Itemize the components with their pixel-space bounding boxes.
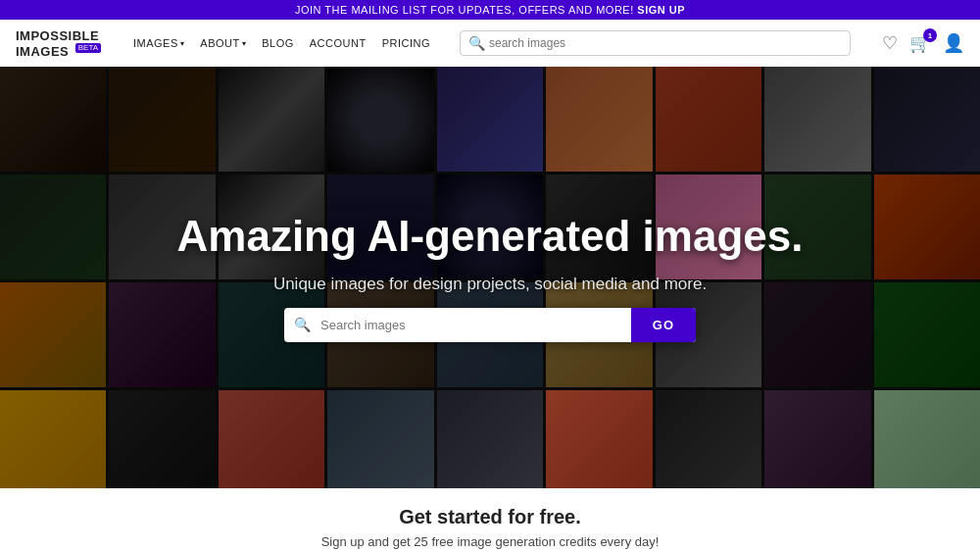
hero-search-input[interactable] bbox=[320, 308, 631, 342]
nav-item-blog[interactable]: BLOG bbox=[256, 33, 300, 53]
logo-top: IMPOSSIBLE bbox=[16, 28, 99, 43]
logo-beta: BETA bbox=[75, 43, 101, 53]
logo-bottom: IMAGES bbox=[16, 44, 69, 59]
hero-go-button[interactable]: GO bbox=[631, 308, 696, 342]
nav-search-input[interactable] bbox=[489, 36, 842, 50]
hero-title: Amazing AI-generated images. bbox=[177, 213, 804, 260]
nav-icons: ♡ 🛒 1 👤 bbox=[882, 32, 964, 54]
nav-item-account[interactable]: ACCOUNT bbox=[304, 33, 372, 53]
bottom-title: Get started for free. bbox=[399, 506, 581, 528]
chevron-down-icon: ▾ bbox=[180, 39, 185, 48]
bottom-section: Get started for free. Sign up and get 25… bbox=[0, 488, 980, 552]
top-banner: JOIN THE MAILING LIST FOR UPDATES, OFFER… bbox=[0, 0, 980, 20]
nav-item-images[interactable]: IMAGES ▾ bbox=[127, 33, 190, 53]
logo[interactable]: IMPOSSIBLE IMAGES BETA bbox=[16, 27, 104, 59]
hero-search-bar: 🔍 GO bbox=[284, 308, 696, 342]
chevron-down-icon: ▾ bbox=[242, 39, 247, 48]
nav-item-about[interactable]: ABOUT ▾ bbox=[194, 33, 252, 53]
hero-section: Amazing AI-generated images. Unique imag… bbox=[0, 67, 980, 488]
hero-overlay: Amazing AI-generated images. Unique imag… bbox=[0, 67, 980, 488]
banner-signup-link[interactable]: SIGN UP bbox=[637, 4, 685, 16]
cart-button[interactable]: 🛒 1 bbox=[909, 32, 931, 54]
nav-item-pricing[interactable]: PRICING bbox=[376, 33, 436, 53]
navbar: IMPOSSIBLE IMAGES BETA IMAGES ▾ ABOUT ▾ … bbox=[0, 20, 980, 67]
search-icon: 🔍 bbox=[468, 35, 485, 51]
nav-links: IMAGES ▾ ABOUT ▾ BLOG ACCOUNT PRICING bbox=[127, 33, 436, 53]
wishlist-button[interactable]: ♡ bbox=[882, 32, 898, 54]
nav-search-bar[interactable]: 🔍 bbox=[460, 30, 851, 56]
cart-badge: 1 bbox=[923, 28, 937, 42]
banner-text: JOIN THE MAILING LIST FOR UPDATES, OFFER… bbox=[295, 4, 634, 16]
bottom-subtitle: Sign up and get 25 free image generation… bbox=[321, 534, 660, 549]
user-button[interactable]: 👤 bbox=[943, 32, 964, 54]
search-icon: 🔍 bbox=[284, 317, 320, 332]
hero-subtitle: Unique images for design projects, socia… bbox=[273, 275, 707, 294]
